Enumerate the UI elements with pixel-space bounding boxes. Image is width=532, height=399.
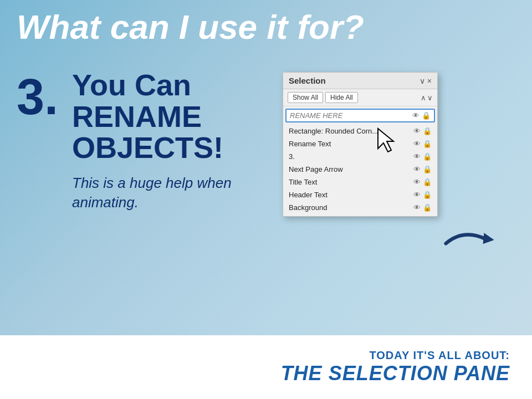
panel-title: Selection — [289, 76, 326, 85]
item-name: Rename Text — [289, 140, 410, 148]
lock-icon: 🔒 — [423, 165, 432, 173]
panel-chevron-down[interactable]: ∨ — [420, 76, 425, 85]
rename-row[interactable]: 👁 🔒 — [285, 109, 435, 122]
list-item[interactable]: Background 👁 🔒 — [283, 201, 437, 214]
step-content: You CanRENAMEOBJECTS! This is a huge hel… — [72, 69, 255, 212]
eye-icon: 👁 — [413, 140, 421, 148]
bottom-text: TODAY IT'S ALL ABOUT: THE SELECTION PANE — [281, 349, 510, 385]
rename-input[interactable] — [290, 111, 409, 120]
list-item[interactable]: Header Text 👁 🔒 — [283, 188, 437, 201]
item-name: Title Text — [289, 178, 410, 186]
eye-icon: 👁 — [413, 178, 421, 186]
eye-icon: 👁 — [413, 203, 421, 212]
item-icons: 👁 🔒 — [413, 191, 432, 199]
lock-icon: 🔒 — [423, 178, 432, 186]
panel-buttons: Show All Hide All — [288, 92, 358, 103]
panel-title-controls: ∨ × — [420, 76, 432, 85]
item-name: Next Page Arrow — [289, 165, 410, 173]
lock-icon: 🔒 — [423, 127, 432, 135]
item-icons: 👁 🔒 — [413, 203, 432, 212]
panel-items: Rectangle: Rounded Corn... 👁 🔒 Rename Te… — [283, 122, 437, 216]
step-number: 3. — [17, 72, 58, 122]
step-main-text: You CanRENAMEOBJECTS! — [72, 69, 255, 163]
eye-icon: 👁 — [413, 152, 421, 161]
selection-panel: Selection ∨ × Show All Hide All ∧ ∨ 👁 🔒 — [283, 72, 438, 217]
bottom-title: THE SELECTION PANE — [281, 362, 510, 385]
item-name: Header Text — [289, 191, 410, 199]
lock-icon: 🔒 — [423, 140, 432, 148]
page-heading: What can I use it for? — [17, 10, 364, 44]
item-icons: 👁 🔒 — [413, 152, 432, 161]
rename-row-icons: 👁 🔒 — [412, 111, 431, 120]
lock-icon: 🔒 — [422, 111, 431, 120]
item-icons: 👁 🔒 — [413, 178, 432, 186]
eye-icon: 👁 — [413, 165, 421, 173]
eye-icon: 👁 — [413, 191, 421, 199]
list-item[interactable]: Title Text 👁 🔒 — [283, 176, 437, 188]
move-down-arrow[interactable]: ∨ — [427, 94, 433, 102]
bottom-bar: TODAY IT'S ALL ABOUT: THE SELECTION PANE — [0, 335, 532, 399]
eye-icon: 👁 — [412, 111, 420, 120]
step-sub-text: This is a huge help when animating. — [72, 173, 255, 212]
bottom-label: TODAY IT'S ALL ABOUT: — [281, 349, 510, 362]
lock-icon: 🔒 — [423, 203, 432, 212]
lock-icon: 🔒 — [423, 191, 432, 199]
hide-all-button[interactable]: Hide All — [325, 92, 358, 103]
panel-arrows: ∧ ∨ — [421, 94, 433, 102]
arrow-decoration — [443, 224, 504, 263]
eye-icon: 👁 — [413, 127, 421, 135]
item-name: Rectangle: Rounded Corn... — [289, 127, 410, 135]
list-item[interactable]: Next Page Arrow 👁 🔒 — [283, 163, 437, 176]
lock-icon: 🔒 — [423, 152, 432, 161]
show-all-button[interactable]: Show All — [288, 92, 323, 103]
panel-toolbar: Show All Hide All ∧ ∨ — [283, 89, 437, 106]
item-icons: 👁 🔒 — [413, 165, 432, 173]
move-up-arrow[interactable]: ∧ — [421, 94, 426, 102]
item-name: Background — [289, 203, 410, 212]
list-item[interactable]: Rectangle: Rounded Corn... 👁 🔒 — [283, 125, 437, 137]
list-item[interactable]: 3. 👁 🔒 — [283, 150, 437, 163]
item-name: 3. — [289, 152, 410, 161]
item-icons: 👁 🔒 — [413, 140, 432, 148]
main-area: What can I use it for? 3. You CanRENAMEO… — [0, 0, 532, 335]
svg-marker-1 — [483, 233, 494, 244]
panel-close-icon[interactable]: × — [427, 76, 432, 85]
item-icons: 👁 🔒 — [413, 127, 432, 135]
panel-titlebar: Selection ∨ × — [283, 73, 437, 89]
list-item[interactable]: Rename Text 👁 🔒 — [283, 137, 437, 150]
